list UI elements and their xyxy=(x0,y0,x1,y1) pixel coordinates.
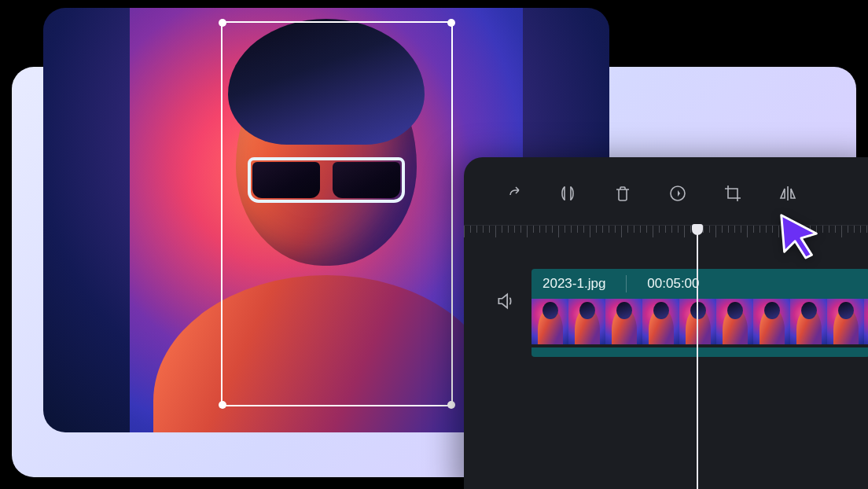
timeline-panel: 2023-1.jpg 00:05:00 xyxy=(464,157,868,489)
clip-thumbnail xyxy=(642,299,679,344)
rotate-icon[interactable] xyxy=(668,184,687,203)
clip-thumbnail xyxy=(716,299,753,344)
track-area: 2023-1.jpg 00:05:00 xyxy=(464,255,868,357)
clip-thumbnail xyxy=(827,299,864,344)
split-icon[interactable] xyxy=(558,184,577,203)
clip-thumbnail xyxy=(531,299,568,344)
crop-icon[interactable] xyxy=(723,184,742,203)
clip-thumbnail xyxy=(568,299,605,344)
clip-thumbnail xyxy=(605,299,642,344)
pointer-cursor-icon xyxy=(775,211,824,263)
clip-thumbnail xyxy=(864,299,868,344)
playhead[interactable] xyxy=(697,226,698,489)
flip-icon[interactable] xyxy=(778,184,797,203)
clip-thumbnail xyxy=(790,299,827,344)
crop-handle-bottom-left[interactable] xyxy=(219,401,226,409)
redo-icon[interactable] xyxy=(503,184,522,203)
clip-header: 2023-1.jpg 00:05:00 xyxy=(531,269,868,299)
clip-thumbnails xyxy=(531,299,868,344)
crop-handle-bottom-right[interactable] xyxy=(447,401,455,409)
clip-header-separator xyxy=(626,275,627,292)
delete-icon[interactable] xyxy=(613,184,632,203)
clip-timecode: 00:05:00 xyxy=(647,276,699,292)
crop-handle-top-right[interactable] xyxy=(447,19,455,27)
clip-thumbnail xyxy=(753,299,790,344)
clip-filename: 2023-1.jpg xyxy=(542,276,605,292)
crop-handle-top-left[interactable] xyxy=(219,19,226,27)
clip-audio-track[interactable] xyxy=(531,347,868,357)
timeline-clip[interactable]: 2023-1.jpg 00:05:00 xyxy=(531,269,868,357)
speaker-icon[interactable] xyxy=(495,291,516,311)
